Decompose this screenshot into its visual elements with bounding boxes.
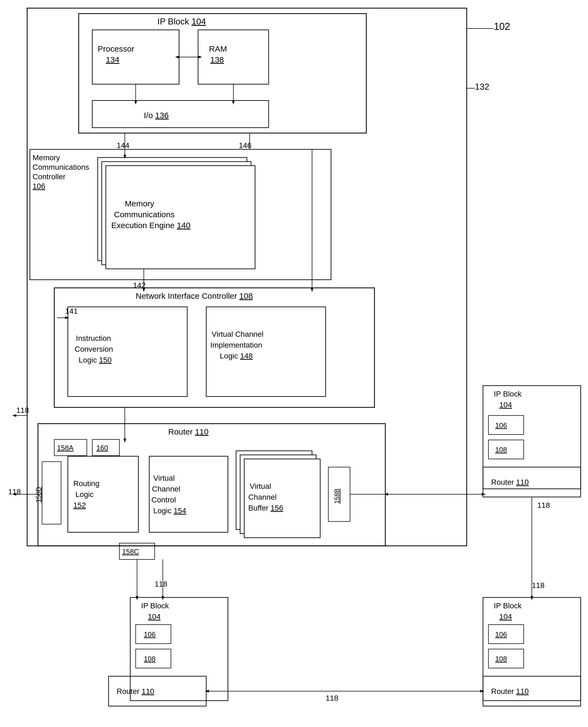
ref-108-tr-label: 108 [495, 446, 507, 454]
mem-comm-exec-label3: Execution Engine 140 [111, 221, 190, 230]
vccl-154-label2: Channel [152, 485, 180, 493]
mem-comm-exec-label2: Communications [114, 210, 174, 219]
mem-comm-ctrl-num: 106 [33, 182, 45, 190]
icl-150-label3: Logic 150 [79, 356, 111, 364]
ref-160-label: 160 [96, 444, 108, 452]
ref-102-label: 102 [494, 21, 510, 32]
io-136-label: I/o 136 [144, 111, 169, 120]
ref-106-bl-label: 106 [144, 630, 155, 639]
rl-152-num: 152 [73, 501, 86, 509]
router-110-bl-label: Router 110 [117, 687, 154, 695]
rl-152-label2: Logic [76, 490, 93, 499]
ref-118-left-label: 118 [16, 406, 29, 415]
ref-118-bottom-connect-label: 118 [326, 694, 338, 702]
vcil-148-label: Virtual Channel [212, 330, 264, 338]
router-110-tr-label: Router 110 [491, 478, 529, 486]
ref-132-label: 132 [475, 82, 489, 92]
icl-150-label: Instruction [76, 334, 111, 342]
ref-158b-label: 158B [333, 488, 340, 504]
ref-118-right-top-label: 118 [537, 501, 550, 509]
ip-block-104-br-label: IP Block [494, 602, 522, 610]
ip-block-104-br-num: 104 [499, 612, 512, 621]
ref-158c-label: 158C [122, 547, 139, 556]
ref-106-br-label: 106 [495, 630, 507, 639]
ram-138-label: RAM [209, 44, 227, 53]
mem-comm-ctrl-label2: Communications [33, 163, 89, 171]
vcb-156-label2: Channel [248, 493, 276, 501]
diagram-container: 102 132 IP Block 104 Processor 134 RAM 1… [0, 0, 588, 727]
ref-141-label: 141 [65, 307, 78, 315]
rl-152-label: Routing [73, 479, 100, 488]
ram-138-num: 138 [210, 55, 224, 64]
vccl-154-label: Virtual [153, 474, 175, 482]
mem-comm-exec-label: Memory [125, 199, 154, 208]
ip-block-104-bl-label: IP Block [141, 602, 169, 610]
ref-106-tr-label: 106 [495, 421, 507, 429]
ip-block-104-tr-num: 104 [499, 401, 512, 409]
ref-158a-label: 158A [57, 444, 74, 452]
ref-118-br-label: 118 [532, 581, 545, 590]
processor-134-label: Processor [98, 44, 134, 53]
ip-block-104-bl-num: 104 [148, 612, 161, 621]
ip-block-104-tr-label: IP Block [494, 390, 522, 398]
vcil-148-label2: Implementation [210, 341, 262, 349]
ref-144-label: 144 [117, 141, 129, 149]
mem-comm-ctrl-label3: Controller [33, 173, 65, 181]
ref-118-bottom-label: 118 [155, 580, 167, 588]
ref-108-bl-label: 108 [144, 655, 155, 663]
vcb-156-label: Virtual [250, 482, 271, 490]
processor-134-num: 134 [106, 55, 119, 64]
ref-108-br-label: 108 [495, 655, 507, 663]
mem-comm-ctrl-label: Memory [33, 154, 60, 162]
icl-150-label2: Conversion [75, 345, 113, 353]
vcil-148-label3: Logic 148 [220, 352, 253, 360]
vcb-156-label3: Buffer 156 [248, 504, 283, 512]
router-110-br-label: Router 110 [491, 687, 529, 695]
router-110-main-label: Router 110 [168, 427, 208, 436]
vccl-154-label4: Logic 154 [153, 506, 186, 515]
vccl-154-label3: Control [151, 496, 176, 504]
ip-block-104-top-label: IP Block 104 [158, 17, 206, 26]
ref-158d-label: 158D [35, 487, 42, 502]
nic-108-label: Network Interface Controller 108 [136, 291, 253, 300]
